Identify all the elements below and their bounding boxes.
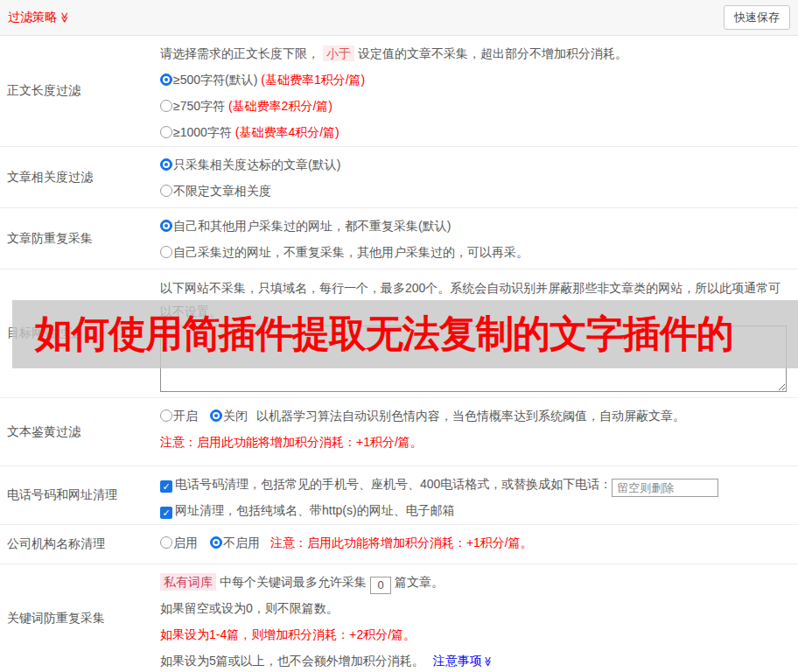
- intro-post-text: 设定值的文章不采集，超出部分不增加积分消耗。: [358, 46, 627, 60]
- max-articles-input[interactable]: [370, 577, 391, 594]
- row-content-relevance: 只采集相关度达标的文章(默认) 不限定文章相关度: [160, 147, 798, 207]
- radio-label: 开启: [173, 409, 198, 423]
- row-keyword-dedup: 关键词防重复采集 私有词库中每个关键词最多允许采集篇文章。 如果留空或设为0，则…: [0, 564, 798, 672]
- limit-text-end: 篇文章。: [395, 575, 444, 589]
- private-thesaurus-badge: 私有词库: [160, 573, 216, 591]
- radio-option-relevance-any[interactable]: 不限定文章相关度: [160, 178, 792, 204]
- radio-option-disable[interactable]: 关闭: [210, 409, 248, 423]
- company-clean-cost-note: 注意：启用此功能将增加积分消耗：+1积分/篇。: [270, 536, 533, 550]
- radio-label: 只采集相关度达标的文章(默认): [173, 158, 340, 172]
- page-title: 过滤策略: [8, 10, 57, 24]
- radio-option-500[interactable]: ≥500字符(默认) (基础费率1积分/篇): [160, 66, 792, 93]
- row-content-porn-filter: 开启关闭 以机器学习算法自动识别色情内容，当色情概率达到系统阈值，自动屏蔽文章。…: [160, 398, 798, 466]
- fee-note: (基础费率1积分/篇): [261, 73, 365, 87]
- overlay-banner-text: 如何使用简插件提取无法复制的文字插件的: [35, 309, 733, 360]
- filter-strategy-page: { "header": { "title": "过滤策略", "chevron"…: [0, 0, 798, 672]
- keyword-limit-line: 私有词库中每个关键词最多允许采集篇文章。: [160, 569, 792, 595]
- row-company-clean: 公司机构名称清理 启用不启用 注意：启用此功能将增加积分消耗：+1积分/篇。: [0, 525, 798, 564]
- row-relevance-filter: 文章相关度过滤 只采集相关度达标的文章(默认) 不限定文章相关度: [0, 147, 798, 208]
- row-porn-filter: 文本鉴黄过滤 开启关闭 以机器学习算法自动识别色情内容，当色情概率达到系统阈值，…: [0, 398, 798, 466]
- row-label-keyword-dedup: 关键词防重复采集: [0, 564, 160, 672]
- radio-label: 关闭: [223, 409, 248, 423]
- radio-option-750[interactable]: ≥750字符 (基础费率2积分/篇): [160, 93, 792, 119]
- radio-label: 不启用: [223, 536, 260, 550]
- url-clean-option[interactable]: ✓网址清理，包括纯域名、带http(s)的网址、电子邮箱: [160, 497, 792, 523]
- intro-pre-text: 请选择需求的正文长度下限，: [160, 46, 319, 60]
- chevron-down-icon: ≫: [59, 12, 71, 24]
- radio-icon[interactable]: [160, 74, 172, 86]
- row-body-length-filter: 正文长度过滤 请选择需求的正文长度下限，小于设定值的文章不采集，超出部分不增加积…: [0, 36, 798, 147]
- row-phone-url-clean: 电话号码和网址清理 ✓电话号码清理，包括常见的手机号、座机号、400电话格式，或…: [0, 466, 798, 525]
- row-label-dedup: 文章防重复采集: [0, 208, 160, 269]
- radio-label: 自己采集过的网址，不重复采集，其他用户采集过的，可以再采。: [173, 245, 528, 259]
- checkbox-label: 电话号码清理，包括常见的手机号、座机号、400电话格式，或替换成如下电话：: [175, 477, 612, 491]
- radio-option-enable[interactable]: 开启: [160, 409, 198, 423]
- radio-icon[interactable]: [210, 410, 222, 422]
- less-than-badge: 小于: [323, 46, 354, 61]
- row-content-keyword-dedup: 私有词库中每个关键词最多允许采集篇文章。 如果留空或设为0，则不限篇数。 如果设…: [160, 564, 798, 672]
- radio-icon[interactable]: [160, 220, 172, 232]
- keyword-note-five: 如果设为5篇或以上，也不会额外增加积分消耗。 注意事项≫: [160, 648, 792, 672]
- radio-icon[interactable]: [210, 536, 222, 549]
- checkbox-label: 网址清理，包括纯域名、带http(s)的网址、电子邮箱: [175, 503, 455, 517]
- row-content-body-length: 请选择需求的正文长度下限，小于设定值的文章不采集，超出部分不增加积分消耗。 ≥5…: [160, 36, 798, 146]
- body-length-intro: 请选择需求的正文长度下限，小于设定值的文章不采集，超出部分不增加积分消耗。: [160, 40, 792, 66]
- radio-label: ≥1000字符: [173, 125, 235, 139]
- radio-icon[interactable]: [160, 410, 172, 422]
- radio-label: ≥750字符: [173, 99, 228, 113]
- radio-icon[interactable]: [160, 126, 172, 138]
- row-label-body-length: 正文长度过滤: [0, 36, 160, 146]
- radio-option-enable[interactable]: 启用: [160, 536, 198, 550]
- row-label-phone-url: 电话号码和网址清理: [0, 466, 160, 524]
- radio-icon[interactable]: [160, 100, 172, 112]
- radio-label: 不限定文章相关度: [173, 184, 271, 198]
- row-content-phone-url: ✓电话号码清理，包括常见的手机号、座机号、400电话格式，或替换成如下电话： ✓…: [160, 466, 798, 524]
- page-title-group[interactable]: 过滤策略≫: [8, 10, 71, 25]
- keyword-note-cost: 如果设为1-4篇，则增加积分消耗：+2积分/篇。: [160, 621, 792, 648]
- radio-label: ≥500字符(默认): [173, 73, 261, 87]
- overlay-banner: 如何使用简插件提取无法复制的文字插件的: [12, 300, 798, 368]
- radio-option-dedup-all[interactable]: 自己和其他用户采集过的网址，都不重复采集(默认): [160, 213, 792, 239]
- row-content-dedup: 自己和其他用户采集过的网址，都不重复采集(默认) 自己采集过的网址，不重复采集，…: [160, 208, 798, 269]
- porn-filter-options: 开启关闭 以机器学习算法自动识别色情内容，当色情概率达到系统阈值，自动屏蔽文章。: [160, 402, 792, 429]
- radio-icon[interactable]: [160, 158, 172, 171]
- note-text: 如果设为5篇或以上，也不会额外增加积分消耗。: [160, 654, 424, 668]
- radio-icon[interactable]: [160, 536, 172, 549]
- keyword-note-zero: 如果留空或设为0，则不限篇数。: [160, 595, 792, 621]
- radio-label: 启用: [173, 536, 198, 550]
- row-dedup-filter: 文章防重复采集 自己和其他用户采集过的网址，都不重复采集(默认) 自己采集过的网…: [0, 208, 798, 270]
- replacement-phone-input[interactable]: [612, 479, 718, 497]
- radio-label: 自己和其他用户采集过的网址，都不重复采集(默认): [173, 219, 451, 233]
- limit-text: 中每个关键词最多允许采集: [220, 575, 367, 589]
- radio-option-dedup-self[interactable]: 自己采集过的网址，不重复采集，其他用户采集过的，可以再采。: [160, 239, 792, 265]
- porn-filter-cost-note: 注意：启用此功能将增加积分消耗：+1积分/篇。: [160, 429, 792, 455]
- row-label-porn-filter: 文本鉴黄过滤: [0, 398, 160, 466]
- chevron-down-icon: ≫: [474, 656, 500, 667]
- top-bar: 过滤策略≫ 快速保存: [0, 0, 798, 36]
- quick-save-button[interactable]: 快速保存: [724, 5, 790, 30]
- row-content-company-clean: 启用不启用 注意：启用此功能将增加积分消耗：+1积分/篇。: [160, 525, 798, 564]
- porn-filter-description: 以机器学习算法自动识别色情内容，当色情概率达到系统阈值，自动屏蔽文章。: [256, 409, 685, 423]
- row-label-relevance: 文章相关度过滤: [0, 147, 160, 207]
- radio-option-disable[interactable]: 不启用: [210, 536, 260, 550]
- row-label-company-clean: 公司机构名称清理: [0, 525, 160, 564]
- radio-option-relevance-strict[interactable]: 只采集相关度达标的文章(默认): [160, 151, 792, 178]
- radio-icon[interactable]: [160, 185, 172, 197]
- company-clean-options: 启用不启用 注意：启用此功能将增加积分消耗：+1积分/篇。: [160, 529, 792, 556]
- fee-note: (基础费率2积分/篇): [228, 99, 332, 113]
- radio-icon[interactable]: [160, 246, 172, 258]
- checkbox-checked-icon[interactable]: ✓: [160, 480, 172, 493]
- radio-option-1000[interactable]: ≥1000字符 (基础费率4积分/篇): [160, 119, 792, 145]
- phone-clean-option[interactable]: ✓电话号码清理，包括常见的手机号、座机号、400电话格式，或替换成如下电话：: [160, 471, 792, 497]
- fee-note: (基础费率4积分/篇): [235, 125, 340, 139]
- checkbox-checked-icon[interactable]: ✓: [160, 507, 172, 519]
